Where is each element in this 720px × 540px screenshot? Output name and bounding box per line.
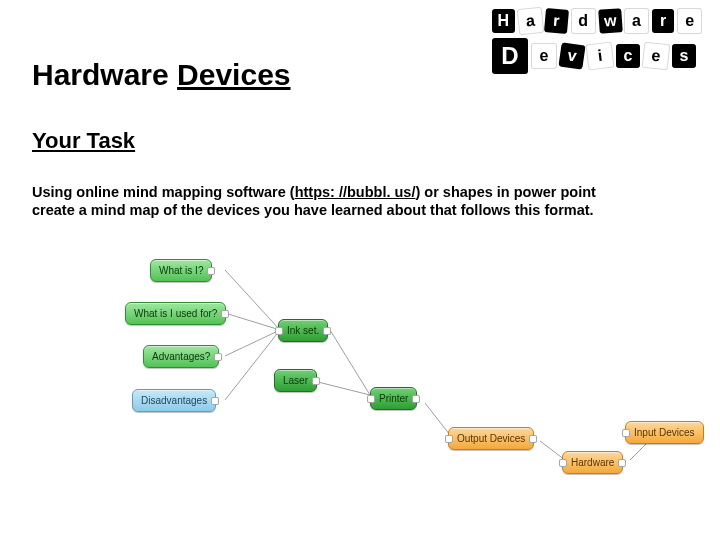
logo-tile: r (544, 8, 569, 34)
svg-line-3 (225, 330, 280, 400)
page-title: Hardware Devices (32, 58, 291, 92)
logo-tile: a (516, 7, 543, 35)
svg-line-4 (330, 330, 370, 395)
mindmap-node: Advantages? (143, 345, 219, 368)
mindmap-node: Disadvantages (132, 389, 216, 412)
node-label: Advantages? (152, 351, 210, 362)
logo-tile: e (677, 8, 702, 34)
logo-tile: c (616, 44, 640, 68)
node-label: Ink set. (287, 325, 319, 336)
mindmap-node: What is I? (150, 259, 212, 282)
node-label: Hardware (571, 457, 614, 468)
logo-tile: d (571, 8, 596, 34)
node-label: Disadvantages (141, 395, 207, 406)
svg-line-6 (425, 403, 450, 435)
logo-tile: r (652, 9, 675, 33)
mindmap-node: Printer (370, 387, 417, 410)
svg-line-0 (225, 270, 280, 330)
mindmap-node: Hardware (562, 451, 623, 474)
logo-tile: H (492, 9, 515, 33)
mindmap-node: Input Devices (625, 421, 704, 444)
logo-tile: a (624, 8, 649, 34)
logo-tile: e (642, 42, 671, 71)
hardware-devices-logo: H a r d w a r e D e v i c e s (492, 8, 702, 80)
mindmap-illustration: What is I? What is I used for? Advantage… (30, 235, 690, 505)
node-label: Printer (379, 393, 408, 404)
logo-tile: e (531, 43, 557, 69)
bubbl-link[interactable]: https: //bubbl. us/ (295, 184, 416, 200)
mindmap-node: Laser (274, 369, 317, 392)
svg-line-1 (225, 313, 280, 330)
node-label: What is I? (159, 265, 203, 276)
task-description: Using online mind mapping software (http… (32, 183, 642, 219)
logo-tile: i (586, 42, 615, 71)
logo-tile: s (672, 44, 696, 68)
title-plain: Hardware (32, 58, 177, 91)
node-label: Output Devices (457, 433, 525, 444)
mindmap-node: What is I used for? (125, 302, 226, 325)
logo-tile: w (598, 8, 622, 34)
logo-tile: D (492, 38, 528, 74)
section-subtitle: Your Task (32, 128, 135, 154)
slide: H a r d w a r e D e v i c e s Hardware D… (0, 0, 720, 540)
node-label: What is I used for? (134, 308, 217, 319)
body-pre: Using online mind mapping software ( (32, 184, 295, 200)
node-label: Laser (283, 375, 308, 386)
svg-line-2 (225, 330, 280, 356)
mindmap-node: Ink set. (278, 319, 328, 342)
logo-tile: v (558, 42, 585, 69)
title-underlined: Devices (177, 58, 290, 91)
mindmap-node: Output Devices (448, 427, 534, 450)
node-label: Input Devices (634, 427, 695, 438)
